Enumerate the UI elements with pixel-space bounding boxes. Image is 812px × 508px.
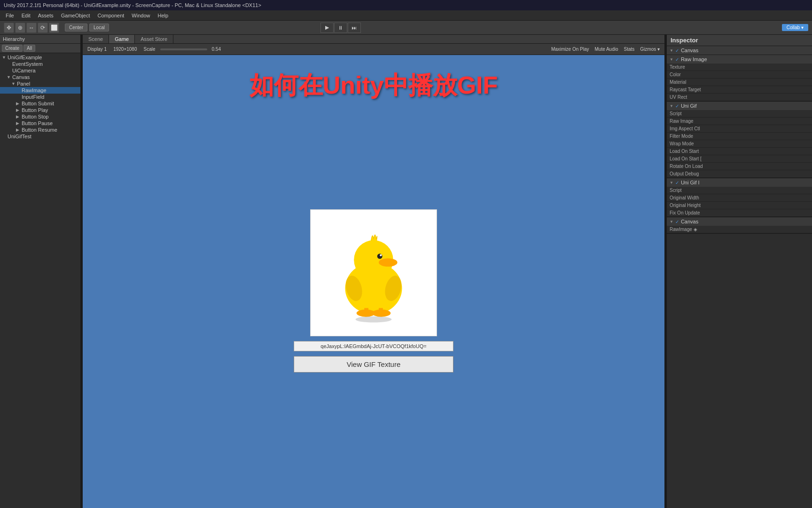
hier-unigiftest[interactable]: UniGifTest bbox=[0, 133, 80, 140]
svg-point-2 bbox=[377, 254, 383, 259]
hier-item-label: Canvas bbox=[12, 74, 30, 80]
menu-component[interactable]: Component bbox=[94, 12, 128, 19]
hier-item-label: Button Stop bbox=[22, 114, 49, 119]
inspector-row-outputdebug: Output Debug bbox=[667, 170, 812, 178]
row-label: Filter Mode bbox=[670, 134, 721, 139]
inspector-row-rawimage2: Raw Image bbox=[667, 118, 812, 125]
menu-edit[interactable]: Edit bbox=[18, 12, 34, 19]
hier-item-label: UiCamera bbox=[12, 68, 36, 73]
section-label: Uni Gif I bbox=[681, 180, 700, 185]
toolbar: ✥ ⊕ ↔ ⟳ ⬜ Center Local ▶ ⏸ ⏭ Collab ▾ bbox=[0, 21, 812, 35]
transform-btn-move[interactable]: ⊕ bbox=[15, 23, 25, 33]
scale-slider[interactable] bbox=[160, 48, 207, 50]
svg-rect-9 bbox=[364, 308, 368, 315]
gizmos-btn[interactable]: Gizmos ▾ bbox=[638, 46, 662, 52]
tab-scene[interactable]: Scene bbox=[83, 35, 109, 43]
hier-item-label: Button Submit bbox=[22, 101, 54, 106]
maximize-on-play-btn[interactable]: Maximize On Play bbox=[549, 46, 591, 52]
hierarchy-all-btn[interactable]: All bbox=[23, 45, 35, 52]
section-expand-icon: ▼ bbox=[670, 181, 673, 185]
rawimage-section-header[interactable]: ▼ ✓ Raw Image bbox=[667, 55, 812, 64]
hier-btn-stop[interactable]: ▶ Button Stop bbox=[0, 113, 80, 120]
arrow-icon: ▶ bbox=[16, 101, 21, 106]
hier-item-label: InputField bbox=[22, 94, 44, 100]
inspector-row-wrapmode: Wrap Mode bbox=[667, 140, 812, 148]
inspector-row-color: Color bbox=[667, 71, 812, 79]
row-label: Color bbox=[670, 72, 721, 77]
hier-uicamera[interactable]: UiCamera bbox=[0, 67, 80, 74]
hier-btn-submit[interactable]: ▶ Button Submit bbox=[0, 100, 80, 107]
row-label: Raw Image bbox=[670, 119, 721, 124]
inspector-title: Inspector bbox=[667, 35, 812, 46]
menu-bar: File Edit Assets GameObject Component Wi… bbox=[0, 10, 812, 21]
row-label: Fix On Update bbox=[670, 210, 721, 215]
gif-container bbox=[310, 209, 437, 336]
view-gif-texture-button[interactable]: View GIF Texture bbox=[294, 356, 453, 373]
stats-btn[interactable]: Stats bbox=[622, 46, 637, 52]
hier-unigifexample[interactable]: ▼ UniGifExample bbox=[0, 54, 80, 61]
display-selector[interactable]: Display 1 bbox=[86, 46, 109, 52]
transform-btn-rect[interactable]: ⬜ bbox=[49, 23, 59, 33]
inspector-section-canvas-bottom: ▼ ✓ Canvas RawImage ◈ bbox=[667, 217, 812, 234]
row-label: Load On Start [ bbox=[670, 156, 721, 161]
unigifi-section-header[interactable]: ▼ ✓ Uni Gif I bbox=[667, 178, 812, 187]
game-view: 如何在Unity中播放GIF bbox=[83, 55, 664, 508]
menu-gameobject[interactable]: GameObject bbox=[57, 12, 94, 19]
transform-btn-rotate[interactable]: ↔ bbox=[26, 23, 37, 33]
center-button[interactable]: Center bbox=[65, 24, 87, 32]
hier-eventsystem[interactable]: EventSystem bbox=[0, 61, 80, 67]
inspector-row-uvrect: UV Rect bbox=[667, 94, 812, 101]
hierarchy-create-btn[interactable]: Create bbox=[2, 45, 23, 52]
section-label: Canvas bbox=[681, 219, 698, 224]
game-content: View GIF Texture bbox=[294, 209, 453, 373]
hier-item-label: RawImage bbox=[22, 87, 47, 93]
hier-item-label: EventSystem bbox=[12, 61, 43, 67]
row-label: UV Rect bbox=[670, 95, 721, 100]
section-check: ✓ bbox=[675, 103, 679, 109]
hier-item-label: Button Pause bbox=[22, 120, 53, 126]
arrow-icon: ▼ bbox=[7, 75, 11, 79]
tab-game[interactable]: Game bbox=[109, 35, 135, 43]
menu-assets[interactable]: Assets bbox=[34, 12, 57, 19]
unigif-section-header[interactable]: ▼ ✓ Uni Gif bbox=[667, 102, 812, 110]
transform-btn-hand[interactable]: ✥ bbox=[4, 23, 14, 33]
gif-url-input[interactable] bbox=[294, 341, 453, 351]
pause-button[interactable]: ⏸ bbox=[334, 23, 347, 33]
section-check: ✓ bbox=[675, 219, 679, 224]
hier-rawimage[interactable]: RawImage bbox=[0, 87, 80, 94]
row-label: Texture bbox=[670, 64, 721, 70]
row-label: RawImage ◈ bbox=[670, 227, 721, 232]
menu-window[interactable]: Window bbox=[128, 12, 154, 19]
hier-canvas[interactable]: ▼ Canvas bbox=[0, 74, 80, 80]
section-check: ✓ bbox=[675, 57, 679, 62]
row-label: Material bbox=[670, 79, 721, 85]
resolution-selector[interactable]: 1920×1080 bbox=[111, 46, 139, 52]
collab-button[interactable]: Collab ▾ bbox=[782, 24, 808, 31]
inspector-row-loadonstart2: Load On Start [ bbox=[667, 155, 812, 163]
game-title: 如何在Unity中播放GIF bbox=[83, 69, 664, 102]
inspector-row-filtermode: Filter Mode bbox=[667, 133, 812, 140]
tab-asset-store[interactable]: Asset Store bbox=[135, 35, 173, 43]
inspector-row-rotateonload: Rotate On Load bbox=[667, 163, 812, 170]
hier-btn-play[interactable]: ▶ Button Play bbox=[0, 107, 80, 113]
menu-help[interactable]: Help bbox=[154, 12, 172, 19]
hier-inputfield[interactable]: InputField bbox=[0, 94, 80, 100]
title-bar: Unity 2017.2.1f1 Personal (64bit) - UniG… bbox=[0, 0, 812, 10]
hier-btn-pause[interactable]: ▶ Button Pause bbox=[0, 120, 80, 127]
canvas-bottom-section-header[interactable]: ▼ ✓ Canvas bbox=[667, 217, 812, 226]
row-label: Script bbox=[670, 188, 721, 193]
local-button[interactable]: Local bbox=[89, 24, 109, 32]
canvas-section-header[interactable]: ▼ ✓ Canvas bbox=[667, 46, 812, 55]
transform-btn-scale[interactable]: ⟳ bbox=[38, 23, 48, 33]
inspector-row-fixonupdate: Fix On Update bbox=[667, 209, 812, 217]
mute-audio-btn[interactable]: Mute Audio bbox=[593, 46, 620, 52]
hier-panel[interactable]: ▼ Panel bbox=[0, 80, 80, 87]
step-button[interactable]: ⏭ bbox=[348, 23, 361, 33]
row-label: Script bbox=[670, 111, 721, 116]
inspector-row-script2: Script bbox=[667, 187, 812, 194]
play-button[interactable]: ▶ bbox=[320, 23, 334, 33]
section-expand-icon: ▼ bbox=[670, 48, 673, 53]
hier-btn-resume[interactable]: ▶ Button Resume bbox=[0, 127, 80, 133]
title-text: Unity 2017.2.1f1 Personal (64bit) - UniG… bbox=[4, 2, 261, 8]
menu-file[interactable]: File bbox=[2, 12, 18, 19]
